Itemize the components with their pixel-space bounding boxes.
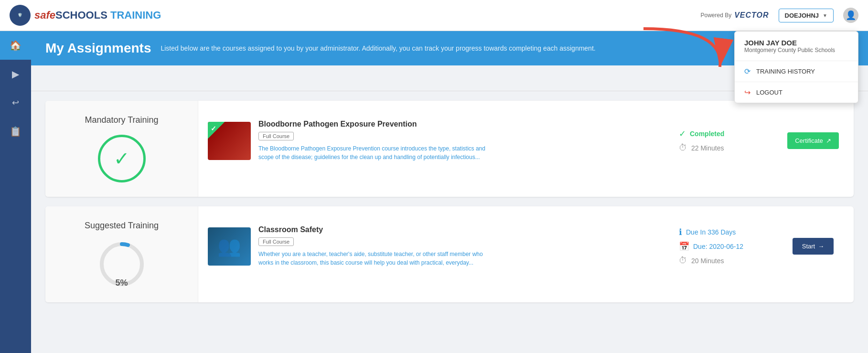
avatar: 👤 xyxy=(843,8,858,23)
mandatory-training-left: Mandatory Training ✓ xyxy=(45,101,198,197)
check-icon: ✓ xyxy=(114,148,130,170)
suggested-percent: 5% xyxy=(115,278,128,288)
clock-icon: ⏱ xyxy=(679,143,687,153)
play-icon: ▶ xyxy=(12,68,19,80)
mandatory-courses-list: ✓ Bloodborne Pathogen Exposure Preventio… xyxy=(198,101,854,197)
logout-label: LOGOUT xyxy=(756,89,782,96)
course-action-bloodborne: Certificate ↗ xyxy=(782,132,844,149)
logout-icon: ↪ xyxy=(744,88,750,97)
sidebar-item-home[interactable]: 🏠 xyxy=(0,31,31,60)
logo-safe: safe xyxy=(34,9,55,21)
external-link-icon: ↗ xyxy=(826,137,831,144)
top-header: 🛡️ safeSCHOOLS TRAINING Powered By VECTO… xyxy=(0,0,868,31)
course-desc-classroom: Whether you are a teacher, teacher's aid… xyxy=(258,250,497,267)
suggested-courses-list: 👥 Classroom Safety Full Course Whether y… xyxy=(198,206,854,302)
status-complete-icon: ✓ xyxy=(679,128,686,139)
course-status-classroom: ℹ Due In 336 Days 📅 Due: 2020-06-12 ⏱ 20… xyxy=(679,227,774,266)
user-dropdown-name: DOEJOHNJ xyxy=(785,12,819,19)
logo-area: 🛡️ safeSCHOOLS TRAINING xyxy=(10,5,161,26)
course-desc-bloodborne: The Bloodborne Pathogen Exposure Prevent… xyxy=(258,144,497,161)
vector-logo: VECTOR xyxy=(734,11,769,20)
sidebar-item-list[interactable]: 📋 xyxy=(0,117,31,146)
course-card-classroom: 👥 Classroom Safety Full Course Whether y… xyxy=(208,216,844,277)
arrow-right-icon: → xyxy=(818,243,824,250)
course-info-bloodborne: Bloodborne Pathogen Exposure Prevention … xyxy=(258,120,671,161)
content-area: Mandatory Training ✓ ✓ xyxy=(31,91,868,353)
course-type-badge-classroom: Full Course xyxy=(258,237,294,246)
logo-schools: SCHOOLS xyxy=(55,9,107,21)
mandatory-training-title: Mandatory Training xyxy=(85,115,158,125)
powered-by-label: Powered By xyxy=(700,12,731,19)
training-history-label: TRAINING HISTORY xyxy=(756,68,815,75)
course-name-classroom: Classroom Safety xyxy=(258,225,671,234)
history-icon-sidebar: ↩ xyxy=(12,97,19,108)
training-history-item[interactable]: ⟳ TRAINING HISTORY xyxy=(735,61,858,82)
page-subtitle: Listed below are the courses assigned to… xyxy=(161,44,595,52)
certificate-label: Certificate xyxy=(795,137,823,144)
header-right: Powered By VECTOR DOEJOHNJ ▼ 👤 xyxy=(700,8,858,23)
course-type-badge-bloodborne: Full Course xyxy=(258,132,294,140)
course-status-bloodborne: ✓ Completed ⏱ 22 Minutes xyxy=(679,128,774,153)
course-action-classroom: Start → xyxy=(782,238,844,255)
course-info-classroom: Classroom Safety Full Course Whether you… xyxy=(258,225,671,267)
status-due-item: ℹ Due In 336 Days xyxy=(679,227,774,237)
course-thumbnail-classroom: 👥 xyxy=(208,227,251,266)
sidebar-item-play[interactable]: ▶ xyxy=(0,60,31,88)
history-icon: ⟳ xyxy=(744,67,750,76)
list-icon: 📋 xyxy=(10,126,21,137)
dropdown-user-org: Montgomery County Public Schools xyxy=(744,47,848,53)
status-due-label: Due In 336 Days xyxy=(686,228,736,236)
logo-icon: 🛡️ xyxy=(10,5,31,26)
course-card-bloodborne: ✓ Bloodborne Pathogen Exposure Preventio… xyxy=(208,110,844,171)
suggested-training-title: Suggested Training xyxy=(85,221,159,231)
status-duration-item-classroom: ⏱ 20 Minutes xyxy=(679,256,774,266)
logo-text: safeSCHOOLS TRAINING xyxy=(34,9,161,21)
status-completed-label: Completed xyxy=(690,130,724,138)
course-name-bloodborne: Bloodborne Pathogen Exposure Prevention xyxy=(258,120,671,128)
sidebar-item-history[interactable]: ↩ xyxy=(0,88,31,117)
clock-icon-classroom: ⏱ xyxy=(679,256,687,266)
start-label: Start xyxy=(802,243,815,250)
status-duration: 22 Minutes xyxy=(691,144,724,152)
page-title: My Assignments xyxy=(45,41,151,56)
status-duration-classroom: 20 Minutes xyxy=(691,257,724,265)
info-icon: ℹ xyxy=(679,227,682,237)
thumb-check-mark: ✓ xyxy=(211,125,216,132)
status-due-date: Due: 2020-06-12 xyxy=(693,243,743,250)
powered-by: Powered By VECTOR xyxy=(700,11,769,20)
mandatory-training-section: Mandatory Training ✓ ✓ xyxy=(45,101,854,197)
user-dropdown-menu: JOHN JAY DOE Montgomery County Public Sc… xyxy=(734,31,858,103)
suggested-training-section: Suggested Training 5% 👥 xyxy=(45,206,854,302)
status-duration-item: ⏱ 22 Minutes xyxy=(679,143,774,153)
logo-training: TRAINING xyxy=(110,9,161,21)
suggested-training-left: Suggested Training 5% xyxy=(45,206,198,302)
logout-item[interactable]: ↪ LOGOUT xyxy=(735,82,858,103)
status-completed-item: ✓ Completed xyxy=(679,128,774,139)
sidebar: 🏠 ▶ ↩ 📋 xyxy=(0,31,31,353)
start-button[interactable]: Start → xyxy=(793,238,834,255)
thumb-bg-blue: 👥 xyxy=(208,227,251,266)
dropdown-user-name: JOHN JAY DOE xyxy=(744,39,848,47)
status-date-item: 📅 Due: 2020-06-12 xyxy=(679,241,774,252)
suggested-progress-ring: 5% xyxy=(98,240,146,288)
calendar-icon: 📅 xyxy=(679,241,689,252)
dropdown-user-info: JOHN JAY DOE Montgomery County Public Sc… xyxy=(735,32,858,61)
person-icon: 👥 xyxy=(217,235,241,257)
mandatory-progress-circle: ✓ xyxy=(98,135,146,182)
chevron-down-icon: ▼ xyxy=(823,13,827,18)
course-thumbnail-bloodborne: ✓ xyxy=(208,122,251,160)
home-icon: 🏠 xyxy=(10,40,21,51)
user-dropdown[interactable]: DOEJOHNJ ▼ xyxy=(779,9,834,22)
certificate-button[interactable]: Certificate ↗ xyxy=(787,132,839,149)
